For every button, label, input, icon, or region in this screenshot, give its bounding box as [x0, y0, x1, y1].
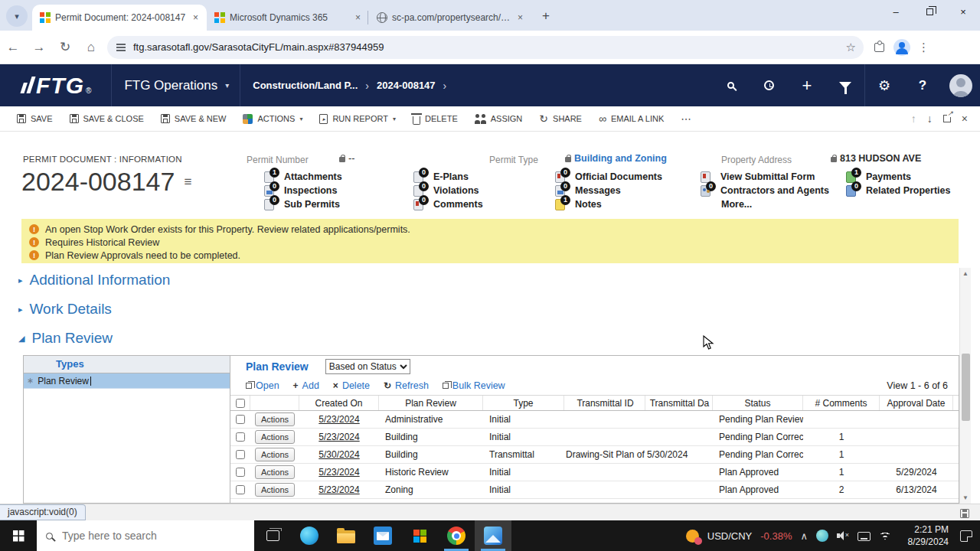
created-on-link[interactable]: 5/23/2024: [318, 467, 359, 478]
save-and-new-button[interactable]: SAVE & NEW: [161, 114, 227, 123]
table-row[interactable]: Actions 5/23/2024 Zoning Initial Plan Ap…: [230, 481, 959, 499]
types-item-plan-review[interactable]: ∗ Plan Review: [24, 373, 230, 389]
table-row[interactable]: Actions 5/30/2024 Building Transmittal D…: [230, 446, 959, 464]
new-tab-button[interactable]: +: [536, 6, 556, 26]
badge-contractors-agents[interactable]: 0Contractors and Agents: [701, 185, 829, 196]
scroll-down-icon[interactable]: ▼: [960, 492, 971, 504]
app-switcher[interactable]: FTG Operations ▾: [112, 78, 240, 93]
row-actions-button[interactable]: Actions: [255, 430, 295, 444]
extensions-icon[interactable]: [874, 43, 884, 52]
browser-profile-icon[interactable]: [893, 39, 910, 56]
badge-e-plans[interactable]: 0E-Plans: [413, 171, 483, 182]
more-link[interactable]: More...: [701, 199, 829, 210]
browser-menu-icon[interactable]: ⋮: [918, 41, 929, 54]
network-globe-icon[interactable]: [816, 530, 828, 542]
taskbar-mail[interactable]: [364, 520, 401, 551]
start-button[interactable]: [0, 520, 37, 551]
volume-muted-icon[interactable]: ×: [837, 530, 849, 541]
action-center-icon[interactable]: [960, 530, 972, 542]
select-all-checkbox[interactable]: [236, 399, 245, 408]
scroll-up-icon[interactable]: ▲: [960, 268, 971, 279]
badge-violations[interactable]: 0Violations: [413, 185, 483, 196]
share-button[interactable]: ↻SHARE: [539, 113, 582, 124]
taskbar-search[interactable]: [37, 520, 254, 551]
display-device-icon[interactable]: [858, 532, 871, 541]
created-on-link[interactable]: 5/23/2024: [318, 432, 359, 442]
save-and-close-button[interactable]: SAVE & CLOSE: [70, 114, 144, 123]
delete-link[interactable]: ×Delete: [333, 380, 370, 391]
badge-inspections[interactable]: 0Inspections: [264, 185, 342, 196]
more-commands-button[interactable]: ⋯: [681, 113, 691, 124]
run-report-button[interactable]: ▸RUN REPORT▾: [319, 114, 396, 124]
badge-official-documents[interactable]: 0Official Documents: [555, 171, 662, 182]
browser-tab-dynamics[interactable]: Microsoft Dynamics 365 ×: [207, 5, 369, 31]
view-submittal-form-link[interactable]: View Submittal Form: [701, 171, 829, 182]
badge-sub-permits[interactable]: 0Sub Permits: [264, 199, 342, 210]
assign-button[interactable]: ASSIGN: [475, 114, 523, 124]
hidden-icons-chevron[interactable]: ∧: [800, 530, 808, 542]
ftg-logo[interactable]: FTG ®: [0, 73, 111, 99]
row-checkbox[interactable]: [236, 415, 245, 424]
weather-widget-icon[interactable]: [686, 530, 699, 543]
row-actions-button[interactable]: Actions: [255, 483, 295, 497]
refresh-link[interactable]: ↻Refresh: [384, 380, 429, 391]
badge-related-properties[interactable]: 0Related Properties: [846, 185, 950, 196]
open-link[interactable]: Open: [246, 380, 279, 391]
email-link-button[interactable]: ∞EMAIL A LINK: [599, 113, 664, 124]
site-settings-icon[interactable]: [116, 44, 126, 51]
created-on-link[interactable]: 5/23/2024: [318, 414, 359, 425]
user-avatar[interactable]: [942, 64, 980, 106]
scrollbar-thumb[interactable]: [962, 354, 970, 421]
section-work-details[interactable]: ▸Work Details: [18, 298, 112, 320]
ticker-pair[interactable]: USD/CNY: [707, 530, 753, 542]
close-form-icon[interactable]: ×: [962, 112, 968, 125]
ticker-change[interactable]: -0.38%: [760, 530, 792, 542]
created-on-link[interactable]: 5/30/2024: [318, 449, 359, 460]
created-on-link[interactable]: 5/23/2024: [318, 484, 359, 495]
wifi-icon[interactable]: [879, 532, 891, 540]
page-scrollbar[interactable]: ▲ ▼: [959, 268, 971, 504]
breadcrumb-item-entity[interactable]: Construction/Land P...: [253, 80, 358, 91]
row-actions-button[interactable]: Actions: [255, 448, 295, 461]
section-plan-review[interactable]: ◢Plan Review: [18, 328, 113, 349]
actions-menu-button[interactable]: ACTIONS▾: [243, 114, 302, 124]
task-view-button[interactable]: [254, 520, 291, 551]
taskbar-search-input[interactable]: [62, 530, 230, 542]
tab-search-button[interactable]: ▾: [6, 5, 28, 27]
refresh-icon[interactable]: ↻: [52, 39, 78, 55]
close-button[interactable]: ×: [946, 0, 980, 23]
add-link[interactable]: +Add: [293, 380, 319, 391]
bookmark-star-icon[interactable]: ☆: [846, 41, 856, 54]
tab-close-icon[interactable]: ×: [515, 12, 525, 23]
row-checkbox[interactable]: [236, 485, 245, 494]
row-checkbox[interactable]: [236, 468, 245, 477]
badge-comments[interactable]: 0Comments: [413, 199, 483, 210]
badge-payments[interactable]: 1Payments: [846, 171, 950, 182]
forward-icon[interactable]: →: [26, 40, 52, 55]
next-record-icon[interactable]: ↓: [927, 112, 933, 125]
quick-create-icon[interactable]: +: [788, 64, 826, 106]
status-filter-select[interactable]: Based on Status: [325, 359, 410, 374]
delete-button[interactable]: DELETE: [413, 113, 458, 125]
row-actions-button[interactable]: Actions: [255, 465, 295, 479]
browser-tab-permit[interactable]: Permit Document: 2024-008147 ×: [32, 5, 207, 31]
badge-messages[interactable]: 0Messages: [555, 185, 662, 196]
back-icon[interactable]: ←: [0, 40, 26, 55]
section-additional-information[interactable]: ▸Additional Information: [18, 269, 170, 291]
minimize-button[interactable]: –: [879, 0, 913, 23]
save-button[interactable]: SAVE: [17, 114, 53, 123]
tab-close-icon[interactable]: ×: [353, 12, 363, 23]
url-input[interactable]: ftg.sarasotafl.gov/SarasotaCityFL/main.a…: [107, 36, 864, 59]
search-icon[interactable]: [711, 64, 750, 106]
tab-close-icon[interactable]: ×: [191, 12, 201, 23]
filter-icon[interactable]: [826, 64, 864, 106]
recent-history-icon[interactable]: [750, 64, 788, 106]
bulk-review-link[interactable]: Bulk Review: [443, 380, 505, 391]
browser-tab-propertysearch[interactable]: sc-pa.com/propertysearch/par ×: [369, 5, 531, 31]
taskbar-store[interactable]: [401, 520, 438, 551]
table-row[interactable]: Actions 5/23/2024 Building Initial Pendi…: [230, 429, 959, 446]
badge-notes[interactable]: 1Notes: [555, 199, 662, 210]
form-selector-icon[interactable]: ≡: [184, 174, 191, 190]
badge-attachments[interactable]: 1Attachments: [264, 171, 342, 182]
row-checkbox[interactable]: [236, 432, 245, 442]
